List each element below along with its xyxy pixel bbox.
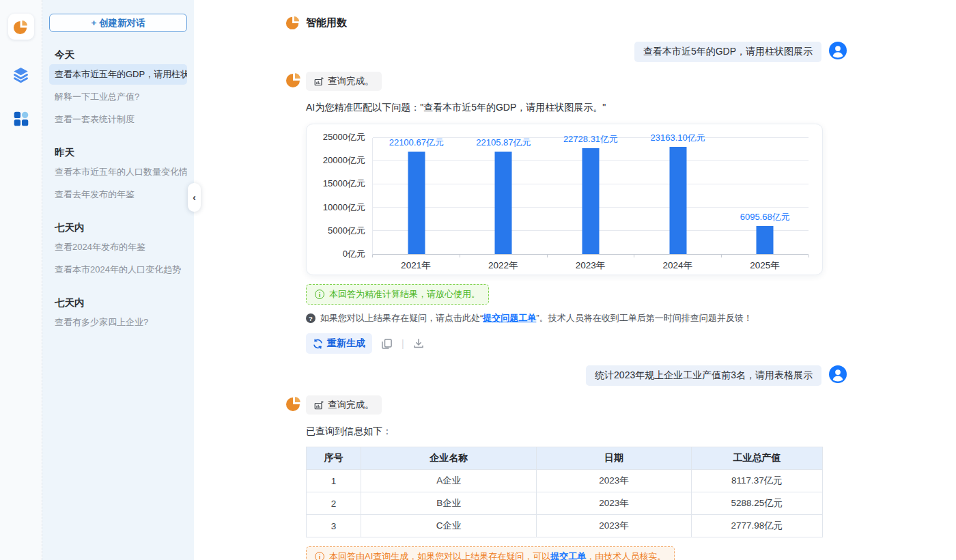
chart-x-axis: 2021年2022年2023年2024年2025年 [372, 255, 809, 272]
app-rail [0, 0, 42, 560]
table-row: 2B企业2023年5288.25亿元 [307, 492, 823, 515]
notice-text: 本回答由AI查询生成，如果您对以上结果存在疑问，可以提交工单，由技术人员核实。 [329, 550, 666, 560]
table-row: 3C企业2023年2777.98亿元 [307, 515, 823, 537]
chart-plot-area: 22100.67亿元22105.87亿元22728.31亿元23163.10亿元… [372, 138, 809, 255]
gdp-bar-chart: 0亿元5000亿元10000亿元15000亿元20000亿元25000亿元 22… [306, 124, 823, 275]
layers-icon[interactable] [12, 66, 30, 84]
sidebar-conversation-item[interactable]: 查看去年发布的年鉴 [49, 184, 187, 205]
sidebar-conversation-item[interactable]: 查看本市2024年的人口变化趋势 [49, 260, 187, 280]
x-tick-label: 2021年 [401, 260, 431, 272]
submit-ticket-link[interactable]: 提交问题工单 [483, 313, 536, 323]
ai-message: 查询完成。 [285, 395, 847, 415]
table-cell: 3 [307, 515, 361, 537]
regenerate-button[interactable]: 重新生成 [306, 333, 372, 354]
sidebar-group-title: 今天 [49, 48, 187, 61]
user-message-bubble: 查看本市近5年的GDP，请用柱状图展示 [634, 42, 821, 62]
pie-logo-icon [13, 19, 29, 35]
y-tick-label: 5000亿元 [328, 225, 365, 237]
sidebar-group-title: 七天内 [49, 296, 187, 309]
table-row: 1A企业2023年8117.37亿元 [307, 470, 823, 492]
info-icon: i [315, 290, 324, 299]
question-icon: ? [306, 313, 315, 323]
table-cell: 2023年 [537, 492, 692, 515]
app-logo[interactable] [8, 14, 34, 40]
ai-intro-text: AI为您精准匹配以下问题："查看本市近5年的GDP，请用柱状图展示。" [306, 102, 847, 114]
divider: | [402, 338, 404, 349]
sidebar-collapse-button[interactable]: ‹ [188, 183, 201, 212]
x-tick-label: 2023年 [576, 260, 606, 272]
sidebar-conversation-item[interactable]: 查看一套表统计制度 [49, 109, 187, 130]
chart-y-axis: 0亿元5000亿元10000亿元15000亿元20000亿元25000亿元 [315, 138, 372, 255]
sidebar-conversation-item[interactable]: 查看有多少家四上企业? [49, 312, 187, 333]
ai-avatar [285, 72, 302, 91]
x-tick-label: 2025年 [750, 260, 780, 272]
table-cell: 5288.25亿元 [691, 492, 822, 515]
table-cell: 2023年 [537, 515, 692, 537]
table-cell: 8117.37亿元 [691, 470, 822, 492]
submit-ticket-link[interactable]: 提交工单 [550, 551, 586, 560]
industry-output-table: 序号企业名称日期工业总产值 1A企业2023年8117.37亿元2B企业2023… [306, 447, 823, 537]
sidebar-group-title: 七天内 [49, 221, 187, 234]
chart-bar[interactable] [582, 148, 600, 254]
info-icon: i [315, 552, 324, 560]
help-text: 如果您对以上结果存在疑问，请点击此处“提交问题工单”。技术人员将在收到工单后第一… [320, 312, 753, 324]
chart-bar[interactable] [495, 152, 512, 254]
accuracy-notice: i 本回答为精准计算结果，请放心使用。 [306, 284, 489, 305]
ai-avatar [285, 395, 302, 415]
x-tick-mark [634, 255, 634, 257]
x-tick-label: 2022年 [488, 260, 518, 272]
main-content: 智能用数 查看本市近5年的GDP，请用柱状图展示 [194, 0, 956, 560]
sidebar-group-title: 昨天 [49, 146, 187, 159]
x-tick-mark [460, 255, 460, 257]
table-header-cell: 工业总产值 [691, 447, 822, 470]
page-title: 智能用数 [306, 16, 347, 29]
ai-generated-notice: i 本回答由AI查询生成，如果您对以上结果存在疑问，可以提交工单，由技术人员核实… [306, 546, 675, 560]
ai-message: 查询完成。 [285, 72, 847, 91]
chat-thread: 查看本市近5年的GDP，请用柱状图展示 [285, 42, 847, 560]
conversation-history: 今天查看本市近五年的GDP，请用柱状图...解释一下工业总产值?查看一套表统计制… [49, 48, 187, 333]
user-avatar[interactable] [829, 42, 847, 59]
bar-value-label: 23163.10亿元 [650, 132, 705, 144]
x-tick-mark [547, 255, 548, 257]
table-cell: B企业 [361, 492, 537, 515]
table-header-cell: 序号 [307, 447, 361, 470]
table-cell: C企业 [361, 515, 537, 537]
bar-value-label: 22728.31亿元 [563, 133, 618, 145]
user-message: 查看本市近5年的GDP，请用柱状图展示 [285, 42, 847, 62]
table-cell: 2023年 [537, 470, 692, 492]
bar-value-label: 22100.67亿元 [389, 137, 444, 149]
table-header-cell: 日期 [537, 447, 692, 470]
y-tick-label: 20000亿元 [323, 154, 365, 167]
chart-bar[interactable] [757, 226, 774, 254]
message-actions: 重新生成 | [306, 333, 847, 354]
copy-button[interactable] [381, 338, 393, 350]
x-tick-label: 2024年 [663, 260, 693, 272]
app-window: + 创建新对话 今天查看本市近五年的GDP，请用柱状图...解释一下工业总产值?… [0, 0, 956, 560]
table-cell: 2777.98亿元 [691, 515, 822, 537]
y-tick-label: 0亿元 [343, 248, 365, 260]
bar-value-label: 22105.87亿元 [476, 137, 531, 149]
help-row: ? 如果您对以上结果存在疑问，请点击此处“提交问题工单”。技术人员将在收到工单后… [306, 312, 847, 324]
x-tick-mark [809, 255, 809, 257]
pie-logo-icon [285, 15, 300, 30]
bar-value-label: 6095.68亿元 [740, 211, 790, 223]
query-status-badge: 查询完成。 [306, 72, 382, 91]
sidebar-conversation-item[interactable]: 查看2024年发布的年鉴 [49, 237, 187, 257]
sidebar-conversation-item[interactable]: 解释一下工业总产值? [49, 87, 187, 107]
chart-bar[interactable] [669, 147, 686, 255]
x-tick-mark [721, 255, 722, 257]
download-button[interactable] [413, 338, 424, 349]
sidebar-conversation-item[interactable]: 查看本市近五年的GDP，请用柱状图... [49, 64, 187, 85]
user-avatar[interactable] [829, 365, 847, 383]
sidebar-conversation-item[interactable]: 查看本市近五年的人口数量变化情况 [49, 162, 187, 182]
sidebar: + 创建新对话 今天查看本市近五年的GDP，请用柱状图...解释一下工业总产值?… [42, 0, 194, 560]
chart-bar[interactable] [408, 152, 425, 254]
table-cell: 1 [307, 470, 361, 492]
table-cell: A企业 [361, 470, 537, 492]
apps-grid-icon[interactable] [12, 110, 30, 128]
ai-intro-text: 已查询到信息如下： [306, 425, 847, 438]
new-chat-button[interactable]: + 创建新对话 [49, 14, 187, 32]
report-icon [313, 400, 324, 410]
user-message: 统计2023年规上企业工业产值前3名，请用表格展示 [285, 365, 847, 386]
table-header-cell: 企业名称 [361, 447, 537, 470]
